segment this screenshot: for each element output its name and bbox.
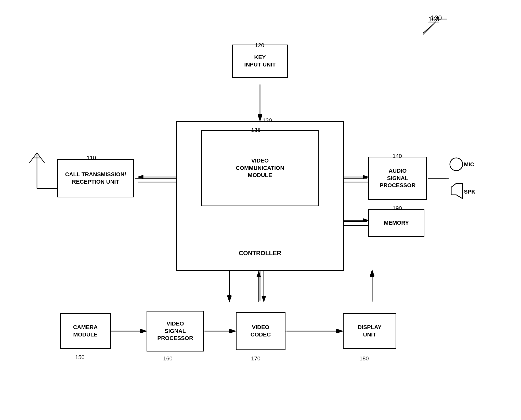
- ref-150: 150: [75, 354, 85, 361]
- ref-160: 160: [163, 355, 173, 362]
- ref-135: 135: [251, 127, 260, 133]
- video-comm-box: VIDEOCOMMUNICATIONMODULE: [201, 130, 319, 206]
- svg-line-20: [423, 22, 436, 34]
- video-codec-box: VIDEOCODEC: [236, 312, 285, 350]
- mic-spk-svg: MIC SPK: [449, 157, 479, 200]
- camera-box: CAMERAMODULE: [60, 313, 111, 349]
- call-tx-box: CALL TRANSMISSION/RECEPTION UNIT: [57, 159, 134, 197]
- ref-130: 130: [263, 117, 272, 124]
- key-input-unit-box: KEYINPUT UNIT: [232, 45, 288, 78]
- svg-line-37: [29, 153, 37, 163]
- video-signal-label: VIDEOSIGNALPROCESSOR: [157, 320, 193, 342]
- ref-100-label: 100: [431, 14, 442, 22]
- svg-text:MIC: MIC: [464, 161, 474, 168]
- memory-box: MEMORY: [368, 209, 424, 237]
- svg-text:SPK: SPK: [464, 188, 475, 195]
- video-codec-label: VIDEOCODEC: [251, 324, 271, 338]
- ref-170: 170: [251, 355, 260, 362]
- ref-120: 120: [255, 42, 264, 49]
- ref-140: 140: [393, 153, 402, 159]
- diagram: 100: [0, 0, 521, 420]
- camera-label: CAMERAMODULE: [73, 324, 98, 338]
- ref-190: 190: [393, 205, 402, 212]
- key-input-unit-label: KEYINPUT UNIT: [244, 54, 276, 68]
- audio-signal-label: AUDIOSIGNALPROCESSOR: [380, 167, 416, 189]
- svg-line-38: [37, 153, 45, 163]
- ref-180: 180: [359, 355, 369, 362]
- svg-marker-44: [451, 183, 463, 199]
- memory-label: MEMORY: [384, 219, 409, 227]
- audio-signal-box: AUDIOSIGNALPROCESSOR: [368, 157, 427, 200]
- display-label: DISPLAYUNIT: [358, 324, 381, 338]
- video-comm-label: VIDEOCOMMUNICATIONMODULE: [236, 157, 284, 179]
- svg-line-0: [423, 24, 433, 33]
- svg-point-42: [450, 158, 463, 171]
- display-box: DISPLAYUNIT: [343, 313, 396, 349]
- ref-110: 110: [87, 155, 96, 161]
- controller-label: CONTROLLER: [178, 250, 342, 257]
- video-signal-box: VIDEOSIGNALPROCESSOR: [147, 311, 204, 351]
- call-tx-label: CALL TRANSMISSION/RECEPTION UNIT: [65, 171, 126, 185]
